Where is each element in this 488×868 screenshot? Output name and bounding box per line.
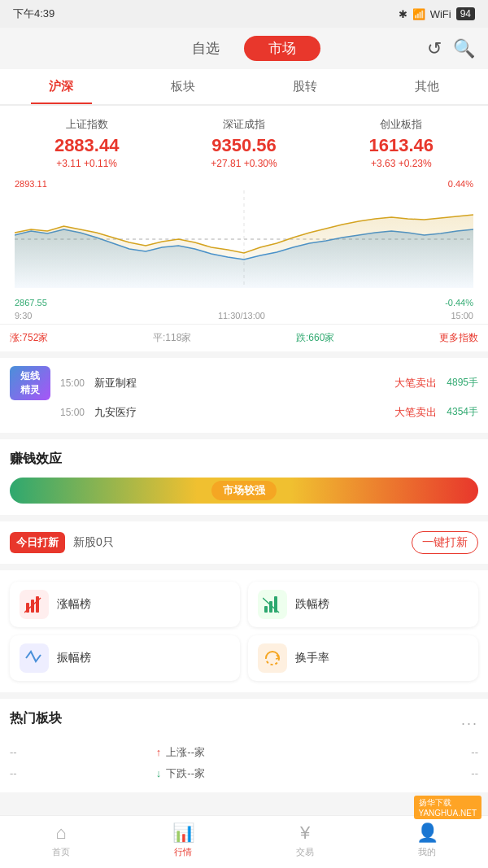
shortline-stock-0: 新亚制程 — [94, 376, 385, 390]
hot-row-dash-1: -- — [10, 767, 151, 779]
index-shangzheng[interactable]: 上证指数 2883.44 +3.11 +0.11% — [8, 117, 165, 169]
chart-time-start: 9:30 — [15, 311, 32, 321]
stat-rise: 涨:752家 — [10, 331, 48, 345]
hot-row-0[interactable]: -- ↑ 上涨--家 -- — [10, 745, 478, 760]
rank-icon-0 — [20, 590, 49, 619]
rank-item-0[interactable]: 涨幅榜 — [10, 582, 240, 627]
shortline-brand: 短线 精灵 — [10, 366, 50, 400]
refresh-icon[interactable]: ↺ — [427, 38, 442, 59]
hot-row-1[interactable]: -- ↓ 下跌--家 -- — [10, 766, 478, 781]
index-chuangye[interactable]: 创业板指 1613.46 +3.63 +0.23% — [323, 117, 480, 169]
chart-time-mid: 11:30/13:00 — [218, 311, 265, 321]
svg-rect-4 — [36, 596, 39, 613]
stat-flat: 平:118家 — [153, 331, 191, 345]
rank-icon-2 — [20, 643, 49, 673]
tab-guzhuang[interactable]: 股转 — [244, 69, 366, 104]
hot-section-dots[interactable]: ··· — [461, 715, 478, 732]
profile-label: 我的 — [418, 846, 436, 858]
money-effect-section: 赚钱效应 市场较强 — [0, 439, 488, 515]
shortline-row-1[interactable]: 15:00 九安医疗 大笔卖出 4354手 — [10, 405, 478, 420]
hot-section-header: 热门板块 ··· — [10, 710, 478, 737]
battery-icon: 94 — [456, 7, 475, 20]
market-label: 行情 — [174, 846, 192, 858]
nav-shichang[interactable]: 市场 — [244, 36, 320, 61]
status-time: 下午4:39 — [13, 7, 54, 21]
nav-home[interactable]: ⌂ 首页 — [33, 822, 89, 858]
home-label: 首页 — [52, 846, 70, 858]
hot-row-value-0: -- — [454, 746, 478, 758]
status-bar: 下午4:39 ✱ 📶 WiFi 94 — [0, 0, 488, 28]
tab-bankuai[interactable]: 板块 — [122, 69, 244, 104]
hot-section-title: 热门板块 — [10, 710, 62, 727]
home-icon: ⌂ — [55, 822, 66, 844]
money-effect-label: 市场较强 — [211, 481, 277, 500]
market-tabs: 沪深 板块 股转 其他 — [0, 69, 488, 106]
rank-item-3[interactable]: 换手率 — [248, 635, 478, 681]
hot-rows: -- ↑ 上涨--家 -- -- ↓ 下跌--家 -- — [10, 745, 478, 781]
chart-bottom-labels: 2867.55 -0.44% — [8, 296, 480, 309]
nav-trade[interactable]: ¥ 交易 — [277, 822, 333, 858]
hot-row-label-0: 上涨--家 — [166, 745, 449, 760]
chart-time-end: 15:00 — [451, 311, 473, 321]
shortline-time-1: 15:00 — [60, 407, 85, 418]
rank-item-2[interactable]: 振幅榜 — [10, 635, 240, 681]
money-effect-title: 赚钱效应 — [10, 451, 478, 468]
bottom-nav: ⌂ 首页 📊 行情 ¥ 交易 👤 我的 — [0, 815, 488, 868]
shortline-time-0: 15:00 — [60, 377, 85, 389]
search-icon[interactable]: 🔍 — [453, 38, 475, 59]
market-icon: 📊 — [172, 822, 194, 844]
rank-item-1[interactable]: 跌幅榜 — [248, 582, 478, 627]
bluetooth-icon: ✱ — [399, 8, 407, 20]
hot-row-arrow-0: ↑ — [156, 746, 162, 758]
trade-label: 交易 — [296, 846, 314, 858]
nav-icon-group: ↺ 🔍 — [427, 38, 475, 59]
chart-pct-neg: -0.44% — [445, 298, 473, 308]
shortline-section: 短线 精灵 15:00 新亚制程 大笔卖出 4895手 15:00 九安医疗 大… — [0, 358, 488, 433]
rank-label-3: 换手率 — [295, 651, 329, 665]
chart-container[interactable]: 2893.11 0.44% — [8, 177, 480, 316]
shortline-row-0[interactable]: 短线 精灵 15:00 新亚制程 大笔卖出 4895手 — [10, 366, 478, 400]
tab-qita[interactable]: 其他 — [366, 69, 488, 104]
new-stock-text: 新股0只 — [73, 535, 403, 550]
rank-label-2: 振幅榜 — [57, 651, 91, 665]
new-stock-section: 今日打新 新股0只 一键打新 — [0, 521, 488, 564]
shortline-volume-1: 4354手 — [447, 405, 478, 419]
index-change-2: +3.63 +0.23% — [323, 158, 480, 169]
index-value-2: 1613.46 — [323, 135, 480, 156]
index-name-2: 创业板指 — [323, 117, 480, 132]
index-cards: 上证指数 2883.44 +3.11 +0.11% 深证成指 9350.56 +… — [8, 117, 480, 169]
profile-icon: 👤 — [416, 822, 438, 844]
rank-label-0: 涨幅榜 — [57, 597, 91, 612]
index-section: 上证指数 2883.44 +3.11 +0.11% 深证成指 9350.56 +… — [0, 106, 488, 324]
nav-zixuan[interactable]: 自选 — [168, 36, 244, 61]
hot-section: 热门板块 ··· -- ↑ 上涨--家 -- -- ↓ 下跌--家 -- — [0, 699, 488, 792]
wifi-icon: WiFi — [430, 8, 451, 20]
top-nav: 自选 市场 ↺ 🔍 — [0, 28, 488, 69]
hot-row-arrow-1: ↓ — [156, 767, 162, 779]
chart-times: 9:30 11:30/13:00 15:00 — [8, 309, 480, 322]
chart-high-label: 2893.11 — [15, 179, 47, 189]
rankings-section: 涨幅榜 跌幅榜 振幅榜 — [0, 570, 488, 692]
nav-market[interactable]: 📊 行情 — [155, 822, 211, 858]
svg-rect-5 — [264, 606, 268, 613]
market-stats: 涨:752家 平:118家 跌:660家 更多指数 — [0, 324, 488, 351]
tab-hushen[interactable]: 沪深 — [0, 69, 122, 104]
index-shenzhen[interactable]: 深证成指 9350.56 +27.81 +0.30% — [165, 117, 322, 169]
hot-row-label-1: 下跌--家 — [166, 766, 449, 781]
rank-label-1: 跌幅榜 — [295, 597, 329, 612]
money-effect-bar: 市场较强 — [10, 478, 478, 504]
nav-profile[interactable]: 👤 我的 — [399, 822, 455, 858]
shortline-volume-0: 4895手 — [447, 376, 478, 390]
signal-icon: 📶 — [412, 8, 425, 20]
chart-low-label: 2867.55 — [15, 298, 47, 308]
rank-icon-1 — [258, 590, 287, 619]
more-indices-link[interactable]: 更多指数 — [439, 331, 478, 345]
chart-top-labels: 2893.11 0.44% — [8, 177, 480, 190]
index-change-1: +27.81 +0.30% — [165, 158, 322, 169]
index-name-1: 深证成指 — [165, 117, 322, 132]
index-name-0: 上证指数 — [8, 117, 165, 132]
chart-svg-wrapper — [8, 190, 480, 296]
new-stock-button[interactable]: 一键打新 — [412, 531, 478, 554]
index-value-0: 2883.44 — [8, 135, 165, 156]
shortline-action-0: 大笔卖出 — [394, 376, 437, 390]
